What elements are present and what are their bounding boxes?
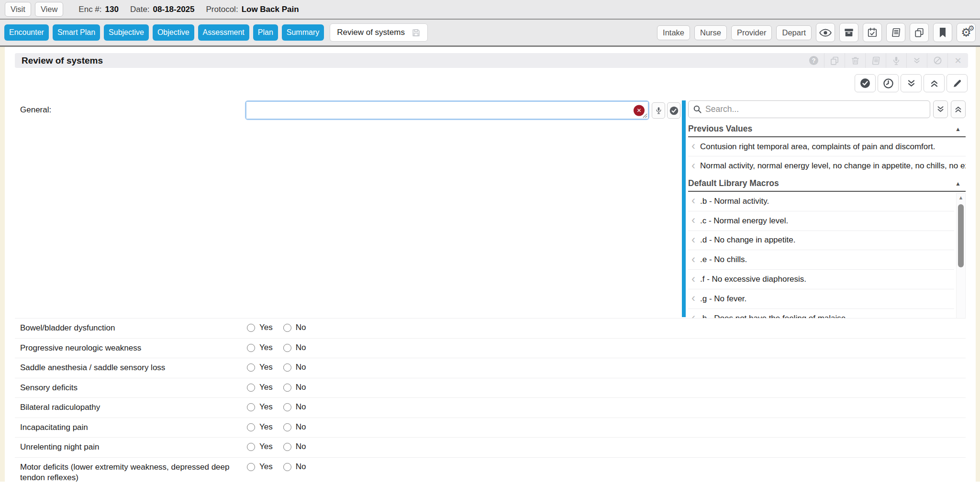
help-icon[interactable]: ? (803, 53, 824, 68)
nav-button[interactable]: Encounter (4, 24, 49, 41)
no-radio[interactable] (283, 403, 291, 411)
no-option: No (283, 343, 306, 352)
complete-button[interactable] (855, 74, 876, 92)
stage-button[interactable]: Nurse (694, 25, 727, 40)
no-radio[interactable] (283, 363, 291, 372)
bookmark-icon (938, 27, 947, 38)
yes-option: Yes (247, 462, 273, 472)
eye-icon (819, 29, 832, 37)
macro-item[interactable]: ‹ .g - No fever. (688, 289, 954, 309)
no-option: No (283, 363, 306, 372)
book-icon[interactable] (865, 53, 886, 68)
previous-value-item[interactable]: ‹ Normal activity, normal energy level, … (688, 156, 966, 176)
search-input[interactable] (705, 104, 930, 114)
close-icon[interactable]: ✕ (947, 53, 968, 68)
visit-button[interactable]: Visit (5, 2, 31, 17)
yes-radio[interactable] (247, 423, 255, 431)
collapse-all-button[interactable] (924, 74, 945, 92)
nav-button[interactable]: Summary (282, 24, 324, 41)
macro-item[interactable]: ‹ .e - No chills. (688, 250, 954, 270)
collapse-triangle-icon[interactable]: ▲ (955, 180, 966, 187)
macro-item[interactable]: ‹ .f - No excessive diaphoresis. (688, 270, 954, 289)
right-edge-strip (976, 47, 980, 482)
nav-button[interactable]: Subjective (104, 24, 149, 41)
trash-icon[interactable] (845, 53, 865, 68)
panel-expand-button[interactable] (933, 100, 948, 118)
microphone-icon[interactable] (886, 53, 906, 68)
yes-radio[interactable] (247, 384, 255, 392)
general-textarea[interactable] (246, 102, 648, 119)
scroll-up-icon[interactable]: ▲ (957, 195, 965, 200)
insert-chevron-icon: ‹ (691, 140, 695, 152)
yes-option: Yes (247, 363, 273, 372)
expand-all-button[interactable] (901, 74, 922, 92)
yes-radio[interactable] (247, 363, 255, 372)
question-label: Progressive neurologic weakness (20, 343, 241, 354)
macro-scrollbar[interactable]: ▲ ▼ (956, 193, 966, 324)
panel-divider (682, 100, 686, 317)
bookmark-button[interactable] (933, 23, 952, 42)
stage-button[interactable]: Intake (657, 25, 690, 40)
view-button[interactable]: View (35, 2, 63, 17)
yes-radio[interactable] (247, 324, 255, 332)
no-radio[interactable] (283, 344, 291, 352)
eye-button[interactable] (816, 23, 835, 42)
main-content: Review of systems ? (0, 47, 980, 482)
question-row: Incapacitating pain Yes No (15, 418, 966, 438)
protocol: Protocol: Low Back Pain (206, 5, 299, 14)
yes-option: Yes (247, 383, 273, 392)
yes-radio[interactable] (247, 463, 255, 471)
left-edge-strip (0, 47, 5, 482)
macro-item[interactable]: ‹ .c - Normal energy level. (688, 211, 954, 231)
yes-option: Yes (247, 442, 273, 451)
no-option: No (283, 462, 306, 472)
previous-value-item[interactable]: ‹ Contusion right temporal area, complai… (688, 137, 966, 156)
macro-side-panel: Previous Values ▲ ‹ Contusion right temp… (688, 100, 966, 324)
question-row: Motor deficits (lower extremity weakness… (15, 457, 966, 484)
general-field-label: General: (20, 105, 51, 115)
yes-option: Yes (247, 343, 273, 352)
yes-radio[interactable] (247, 403, 255, 411)
no-radio[interactable] (283, 443, 291, 451)
stage-button[interactable]: Provider (731, 25, 772, 40)
library-button[interactable] (886, 23, 905, 42)
nav-button[interactable]: Plan (253, 24, 278, 41)
ban-icon[interactable] (927, 53, 947, 68)
macro-item[interactable]: ‹ .b - Normal activity. (688, 192, 954, 211)
scrollbar-thumb[interactable] (958, 204, 964, 267)
collapse-triangle-icon[interactable]: ▲ (955, 126, 966, 132)
macro-item[interactable]: ‹ .d - No change in appetite. (688, 231, 954, 251)
resize-handle-icon[interactable] (642, 113, 647, 118)
archive-icon (844, 27, 854, 38)
question-row: Sensory deficits Yes No (15, 378, 966, 398)
confirm-field-button[interactable] (667, 102, 680, 119)
history-button[interactable] (878, 74, 899, 92)
nav-button[interactable]: Assessment (198, 24, 249, 41)
panel-collapse-button[interactable] (951, 100, 966, 118)
copy-icon[interactable] (824, 53, 845, 68)
book-icon (891, 27, 901, 38)
nav-button[interactable]: Objective (153, 24, 194, 41)
nav-button[interactable]: Smart Plan (53, 24, 100, 41)
settings-button[interactable]: ⚙⚙ (957, 23, 976, 42)
insert-chevron-icon: ‹ (691, 234, 695, 245)
no-radio[interactable] (283, 324, 291, 332)
no-radio[interactable] (283, 423, 291, 431)
calendar-button[interactable] (863, 23, 882, 42)
yes-radio[interactable] (247, 443, 255, 451)
question-row: Bowel/bladder dysfunction Yes No (15, 318, 966, 338)
yes-option: Yes (247, 323, 273, 332)
search-icon (693, 105, 702, 114)
stage-button[interactable]: Depart (776, 25, 812, 40)
edit-button[interactable] (947, 74, 968, 92)
copy-button[interactable] (910, 23, 929, 42)
question-row: Unrelenting night pain Yes No (15, 437, 966, 457)
no-radio[interactable] (283, 463, 291, 471)
check-circle-icon (669, 106, 679, 116)
dictate-button[interactable] (652, 102, 665, 119)
no-radio[interactable] (283, 384, 291, 392)
chevron-double-down-icon[interactable] (906, 53, 927, 68)
archive-button[interactable] (839, 23, 858, 42)
tab-review-of-systems[interactable]: Review of systems (330, 23, 428, 42)
yes-radio[interactable] (247, 344, 255, 352)
